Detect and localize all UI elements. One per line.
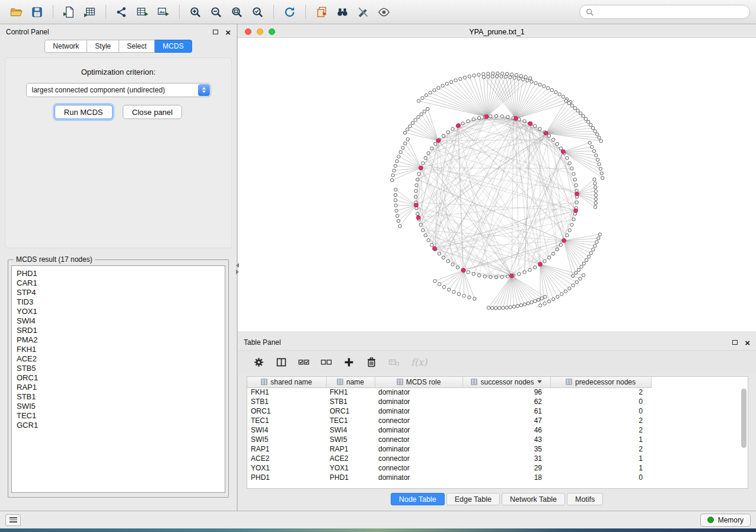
close-icon[interactable]: × — [225, 28, 231, 37]
network-graph[interactable] — [238, 38, 755, 332]
control-tab[interactable]: Network — [44, 40, 87, 53]
refresh-button[interactable] — [279, 3, 300, 21]
export-image-button[interactable] — [153, 3, 174, 21]
search-input[interactable] — [597, 8, 744, 16]
result-item[interactable]: PMA2 — [12, 335, 225, 345]
cell-mcds-role: dominator — [375, 406, 462, 416]
column-header[interactable]: name — [326, 377, 375, 387]
run-mcds-button[interactable]: Run MCDS — [55, 105, 113, 119]
result-item[interactable]: STP4 — [12, 288, 225, 297]
zoom-out-button[interactable] — [206, 3, 227, 21]
result-item[interactable]: SWI5 — [12, 402, 225, 411]
style-slash-button[interactable] — [353, 3, 374, 21]
table-tab[interactable]: Motifs — [567, 493, 603, 505]
column-header[interactable]: predecessor nodes — [550, 377, 651, 387]
trash-button[interactable] — [366, 357, 377, 368]
gear-button[interactable] — [253, 357, 264, 368]
result-item[interactable]: TID3 — [12, 297, 225, 307]
result-item[interactable]: PHD1 — [12, 269, 225, 278]
cell-successor-nodes: 31 — [462, 454, 550, 463]
window-minimize-button[interactable] — [257, 28, 263, 35]
search-box[interactable] — [579, 5, 750, 19]
table-tab[interactable]: Edge Table — [446, 493, 500, 505]
cell-name: YOX1 — [326, 463, 375, 473]
panel-menu-button[interactable] — [5, 514, 21, 526]
column-label: predecessor nodes — [575, 378, 636, 386]
table-tab[interactable]: Network Table — [502, 493, 565, 505]
cell-shared-name: SWI5 — [247, 435, 326, 444]
import-table-button[interactable] — [79, 3, 100, 21]
check-pair-button[interactable] — [298, 357, 310, 368]
save-button[interactable] — [27, 3, 47, 21]
import-table-icon — [84, 6, 96, 18]
zoom-fit-button[interactable] — [227, 3, 247, 21]
result-item[interactable]: TEC1 — [12, 411, 225, 421]
result-item[interactable]: RAP1 — [12, 383, 225, 392]
control-tab[interactable]: Select — [119, 40, 155, 53]
scrollbar-thumb[interactable] — [741, 389, 747, 448]
import-network-button[interactable] — [59, 3, 79, 21]
result-item[interactable]: SRD1 — [12, 326, 225, 335]
control-tab[interactable]: Style — [87, 40, 119, 53]
table-row[interactable]: SWI4 SWI4 dominator 46 2 — [247, 425, 651, 435]
result-item[interactable]: GCR1 — [12, 421, 225, 430]
table-row[interactable]: FKH1 FKH1 dominator 96 2 — [247, 387, 651, 397]
column-header[interactable]: shared name — [247, 377, 326, 387]
copy-document-button[interactable] — [311, 3, 332, 21]
trash-icon — [366, 357, 377, 368]
table-row[interactable]: ACE2 ACE2 connector 31 1 — [247, 454, 651, 463]
optimization-select[interactable]: largest connected component (undirected) — [26, 83, 211, 97]
table-header-row: shared name name — [247, 377, 651, 387]
window-zoom-button[interactable] — [269, 28, 275, 35]
column-table-icon — [566, 379, 572, 385]
cell-successor-nodes: 29 — [462, 463, 550, 473]
result-item[interactable]: SWI4 — [12, 316, 225, 326]
control-panel: Control Panel × NetworkStyleSelectMCDS O… — [0, 24, 238, 511]
cell-predecessor-nodes: 1 — [550, 435, 651, 444]
panel-splitter[interactable] — [235, 260, 240, 277]
column-table-icon — [261, 379, 267, 385]
table-row[interactable]: ORC1 ORC1 dominator 61 0 — [247, 406, 651, 416]
result-item[interactable]: ORC1 — [12, 373, 225, 383]
control-tab[interactable]: MCDS — [155, 40, 192, 53]
open-folder-button[interactable] — [6, 3, 27, 21]
table-tab[interactable]: Node Table — [391, 493, 445, 505]
table-row[interactable]: PHD1 PHD1 dominator 18 0 — [247, 473, 651, 482]
table-row[interactable]: RAP1 RAP1 dominator 35 2 — [247, 444, 651, 454]
binoculars-button[interactable] — [332, 3, 353, 21]
result-item[interactable]: CAR1 — [12, 278, 225, 288]
zoom-check-button[interactable] — [247, 3, 268, 21]
zoom-check-icon — [251, 6, 264, 18]
table-row[interactable]: TEC1 TEC1 connector 47 2 — [247, 416, 651, 425]
zoom-in-button[interactable] — [185, 3, 206, 21]
export-table-button[interactable] — [132, 3, 153, 21]
toolbar-divider — [53, 5, 53, 19]
uncheck-pair-button[interactable] — [321, 357, 332, 368]
table-row[interactable]: STB1 STB1 dominator 62 0 — [247, 397, 651, 406]
close-panel-button[interactable]: Close panel — [123, 105, 183, 119]
network-share-button[interactable] — [111, 3, 132, 21]
table-row[interactable]: SWI5 SWI5 connector 43 1 — [247, 435, 651, 444]
table-row[interactable]: YOX1 YOX1 connector 29 1 — [247, 463, 651, 473]
toolbar-divider — [179, 5, 180, 19]
add-plus-button[interactable] — [343, 357, 355, 368]
float-icon[interactable] — [732, 340, 738, 345]
column-header[interactable]: successor nodes — [462, 377, 550, 387]
result-item[interactable]: FKH1 — [12, 345, 225, 354]
column-header[interactable]: MCDS role — [375, 377, 462, 387]
table-panel-header: Table Panel × — [238, 335, 756, 350]
cell-successor-nodes: 62 — [462, 397, 550, 406]
result-item[interactable]: YOX1 — [12, 307, 225, 316]
toolbar-divider — [106, 5, 106, 19]
result-item[interactable]: STB1 — [12, 392, 225, 402]
result-item[interactable]: STB5 — [12, 364, 225, 373]
close-icon[interactable]: × — [745, 338, 750, 347]
window-close-button[interactable] — [245, 28, 251, 35]
cell-successor-nodes: 61 — [462, 406, 550, 416]
result-item[interactable]: ACE2 — [12, 354, 225, 364]
memory-button[interactable]: Memory — [700, 514, 751, 527]
split-columns-button[interactable] — [276, 357, 287, 368]
float-icon[interactable] — [213, 30, 218, 34]
table-scrollbar[interactable] — [741, 389, 747, 486]
eye-button[interactable] — [374, 3, 394, 21]
